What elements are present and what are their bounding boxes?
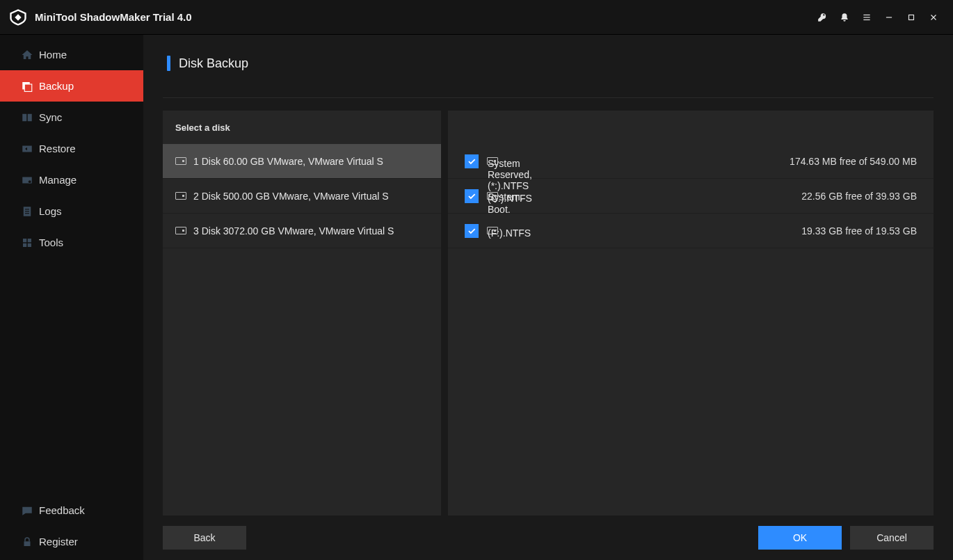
sidebar-item-home[interactable]: Home <box>0 39 143 70</box>
disk-list-header: Select a disk <box>163 111 441 144</box>
drive-icon <box>175 192 186 200</box>
svg-rect-1 <box>863 17 870 17</box>
disk-row[interactable]: 2 Disk 500.00 GB VMware, VMware Virtual … <box>163 179 441 214</box>
svg-rect-3 <box>886 17 892 17</box>
sidebar-item-label: Home <box>39 49 67 61</box>
svg-point-11 <box>29 180 32 184</box>
disk-label: 1 Disk 60.00 GB VMware, VMware Virtual S <box>193 156 383 167</box>
app-logo-icon <box>8 8 28 27</box>
partition-list: System Reserved,(*:).NTFS System.174.63 … <box>448 144 934 515</box>
notification-icon[interactable] <box>833 6 856 29</box>
sidebar-item-label: Logs <box>39 205 62 217</box>
disk-label: 3 Disk 3072.00 GB VMware, VMware Virtual… <box>193 225 394 237</box>
partition-list-panel: System Reserved,(*:).NTFS System.174.63 … <box>448 111 934 515</box>
sidebar-item-backup[interactable]: Backup <box>0 70 143 102</box>
svg-rect-18 <box>23 243 26 246</box>
sidebar-item-label: Manage <box>39 174 77 186</box>
app-window: MiniTool ShadowMaker Trial 4.0 Home <box>0 0 953 560</box>
svg-rect-0 <box>863 14 870 15</box>
sync-icon <box>21 111 33 124</box>
svg-rect-20 <box>24 541 31 546</box>
accent-bar <box>167 56 170 71</box>
svg-rect-14 <box>25 211 29 211</box>
disk-row[interactable]: 1 Disk 60.00 GB VMware, VMware Virtual S <box>163 144 441 179</box>
sidebar-item-feedback[interactable]: Feedback <box>0 495 143 526</box>
tools-icon <box>21 237 33 249</box>
svg-rect-17 <box>28 239 31 242</box>
manage-icon <box>21 174 33 186</box>
svg-rect-4 <box>909 15 914 19</box>
sidebar: Home Backup Sync Restore Manage <box>0 35 143 560</box>
restore-icon <box>21 143 33 155</box>
partition-name: (F:).NTFS <box>487 227 793 235</box>
home-icon <box>21 49 33 61</box>
drive-icon: System Reserved,(*:).NTFS System. <box>487 157 498 166</box>
partition-free: 19.33 GB free of 19.53 GB <box>801 225 917 237</box>
svg-rect-6 <box>24 84 32 92</box>
sidebar-item-label: Tools <box>39 237 63 248</box>
disk-row[interactable]: 3 Disk 3072.00 GB VMware, VMware Virtual… <box>163 214 441 248</box>
cancel-button[interactable]: Cancel <box>850 526 934 550</box>
drive-icon: (F:).NTFS <box>487 227 498 235</box>
svg-rect-2 <box>863 19 870 19</box>
partition-checkbox[interactable] <box>465 224 479 238</box>
sidebar-item-label: Restore <box>39 143 76 154</box>
app-title: MiniTool ShadowMaker Trial 4.0 <box>35 11 192 23</box>
svg-rect-13 <box>25 209 29 209</box>
partition-free: 174.63 MB free of 549.00 MB <box>790 156 917 167</box>
feedback-icon <box>21 504 33 517</box>
sidebar-item-sync[interactable]: Sync <box>0 102 143 133</box>
menu-icon[interactable] <box>856 6 878 29</box>
footer: Back OK Cancel <box>143 521 953 560</box>
disk-label: 2 Disk 500.00 GB VMware, VMware Virtual … <box>193 191 389 202</box>
main-content: Disk Backup Select a disk 1 Disk 60.00 G… <box>143 35 953 560</box>
page-title: Disk Backup <box>179 56 248 71</box>
partition-free: 22.56 GB free of 39.93 GB <box>801 191 917 202</box>
close-button[interactable] <box>922 6 945 29</box>
lock-icon <box>21 536 33 548</box>
sidebar-item-register[interactable]: Register <box>0 526 143 557</box>
sidebar-item-tools[interactable]: Tools <box>0 227 143 258</box>
minimize-button[interactable] <box>878 6 900 29</box>
sidebar-item-label: Feedback <box>39 504 85 516</box>
svg-rect-8 <box>28 113 32 121</box>
sidebar-item-label: Backup <box>39 80 74 92</box>
partition-row: System Reserved,(*:).NTFS System.174.63 … <box>448 144 934 179</box>
page-header: Disk Backup <box>143 35 953 83</box>
drive-icon <box>175 227 186 235</box>
ok-button[interactable]: OK <box>758 526 842 550</box>
sidebar-item-label: Register <box>39 536 78 547</box>
drive-icon <box>175 157 186 166</box>
titlebar: MiniTool ShadowMaker Trial 4.0 <box>0 0 953 35</box>
maximize-button[interactable] <box>900 6 922 29</box>
sidebar-item-manage[interactable]: Manage <box>0 164 143 195</box>
back-button[interactable]: Back <box>163 526 246 550</box>
svg-rect-16 <box>23 239 26 242</box>
key-icon[interactable] <box>811 6 833 29</box>
partition-checkbox[interactable] <box>465 154 479 168</box>
partition-name: (C:).NTFS Boot. <box>487 192 793 200</box>
sidebar-item-restore[interactable]: Restore <box>0 133 143 164</box>
partition-name: System Reserved,(*:).NTFS System. <box>487 157 781 166</box>
disk-list: 1 Disk 60.00 GB VMware, VMware Virtual S… <box>163 144 441 515</box>
partition-row: (F:).NTFS19.33 GB free of 19.53 GB <box>448 214 934 248</box>
svg-rect-19 <box>28 243 31 246</box>
partition-checkbox[interactable] <box>465 189 479 203</box>
logs-icon <box>21 205 33 218</box>
svg-rect-15 <box>25 213 29 214</box>
svg-rect-7 <box>22 113 26 121</box>
drive-icon: (C:).NTFS Boot. <box>487 192 498 200</box>
partition-list-header <box>448 111 934 144</box>
sidebar-item-logs[interactable]: Logs <box>0 195 143 227</box>
disk-list-panel: Select a disk 1 Disk 60.00 GB VMware, VM… <box>163 111 441 515</box>
sidebar-item-label: Sync <box>39 111 62 123</box>
backup-icon <box>21 80 33 93</box>
